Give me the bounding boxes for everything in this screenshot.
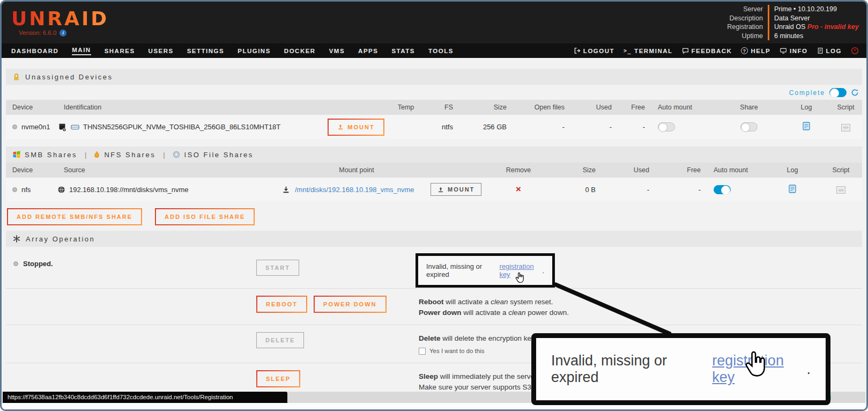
info-button[interactable]: INFO [780,47,807,54]
col-size: Size [543,166,601,174]
nav-item-docker[interactable]: DOCKER [284,47,316,55]
terminal-label: TERMINAL [634,48,672,54]
mount-point-link[interactable]: /mnt/disks/192.168.10.198_vms_nvme [295,186,414,194]
nfs-flame-icon [94,151,100,158]
nav-item-dashboard[interactable]: DASHBOARD [11,47,58,55]
share-device-name[interactable]: nfs [21,186,31,194]
share-toggle[interactable] [740,122,758,131]
col-fs: FS [424,104,458,111]
feedback-label: FEEDBACK [692,48,732,54]
nav-item-shares[interactable]: SHARES [105,47,135,55]
logout-label: LOGOUT [583,48,614,54]
add-remote-share-button[interactable]: ADD REMOTE SMB/NFS SHARE [7,208,142,225]
asterisk-icon [13,235,20,243]
delete-confirm-label: Yes I want to do this [429,346,485,356]
delete-button[interactable]: DELETE [256,332,304,348]
nav-item-apps[interactable]: APPS [358,47,378,55]
col-device: Device [6,104,57,111]
col-log: Log [766,166,819,174]
delete-confirm-checkbox[interactable] [419,348,426,355]
main-nav: DASHBOARD MAIN SHARES USERS SETTINGS PLU… [2,43,866,58]
unassigned-device-row: nvme0n1 THNSN5256GPUK_NVMe_TOSHIBA_256GB… [6,115,862,139]
mount-icon [337,124,344,130]
auto-mount-toggle[interactable] [658,122,675,131]
notice-text: Invalid, missing or expired [426,262,499,278]
registration-notice-highlight: Invalid, missing or expired registration… [416,253,555,288]
server-info: Server Prime • 10.10.20.199 Description … [718,5,859,40]
cursor-hand-icon [515,272,524,285]
cell-used: - [601,186,655,194]
remove-x-icon[interactable] [516,184,521,194]
version-info-icon[interactable]: i [60,30,66,36]
nav-item-tools[interactable]: TOOLS [428,47,454,55]
cell-size: 0 B [543,186,601,194]
logout-icon [574,47,581,54]
complete-toggle[interactable] [829,88,847,97]
help-button[interactable]: HELP [741,47,770,54]
lock-icon [13,73,20,81]
section-title: Array Operation [26,235,95,243]
unraid-logo: UNRAID [11,9,109,28]
server-info-row: Server Prime • 10.10.20.199 [718,5,859,14]
cursor-hand-icon-large [743,350,767,380]
nav-item-settings[interactable]: SETTINGS [187,47,225,55]
nav-item-plugins[interactable]: PLUGINS [238,47,271,55]
device-name[interactable]: nvme0n1 [21,123,50,131]
array-status-text: Stopped. [23,260,53,268]
script-icon[interactable] [841,124,850,131]
uptime-label: Uptime [718,32,768,41]
tab-smb-shares[interactable]: SMB Shares [13,151,77,159]
refresh-icon[interactable] [851,89,859,97]
tab-iso-shares[interactable]: ISO File Shares [173,151,254,159]
mount-share-button[interactable]: MOUNT [431,183,481,196]
drive-icon [71,123,79,131]
start-button[interactable]: START [256,260,299,276]
log-button[interactable]: LOG [817,47,842,54]
nav-item-users[interactable]: USERS [149,47,174,55]
logout-button[interactable]: LOGOUT [574,47,614,54]
shares-table-header: Device Source Mount point Remove Size Us… [6,163,862,178]
mount-device-button[interactable]: MOUNT [328,119,384,136]
mount-button-label: MOUNT [347,124,374,130]
col-log: Log [784,104,828,111]
sleep-button[interactable]: SLEEP [256,370,300,387]
nav-item-main[interactable]: MAIN [72,46,91,55]
description-value: Data Server [768,14,859,23]
server-info-row: Uptime 6 minutes [718,32,859,41]
cell-used: - [570,123,617,131]
auto-mount-toggle[interactable] [714,185,731,194]
server-info-row: Description Data Server [718,14,859,23]
cell-open-files: - [512,123,570,131]
log-icon [817,47,824,54]
delete-term: Delete [419,334,441,342]
registration-value: Unraid OS Pro - invalid key [768,23,859,32]
windows-icon [13,151,20,158]
power-down-button[interactable]: POWER DOWN [314,296,386,313]
tab-nfs-shares[interactable]: NFS Shares [94,151,155,159]
feedback-button[interactable]: FEEDBACK [682,47,732,54]
col-script: Script [819,166,863,174]
add-iso-share-button[interactable]: ADD ISO FILE SHARE [155,208,255,225]
nav-item-stats[interactable]: STATS [391,47,415,55]
array-row-reboot: REBOOT POWER DOWN Reboot will activate a… [6,288,862,325]
log-label: LOG [826,48,842,54]
status-url-bar: https://f75638aa12fb340c8dcdd63d6f1ffd73… [3,392,287,403]
complete-filter-label[interactable]: Complete [789,89,825,97]
power-icon[interactable] [851,47,859,55]
col-auto-mount: Auto mount [650,104,714,111]
reboot-button[interactable]: REBOOT [256,296,307,313]
uptime-value: 6 minutes [768,32,859,41]
terminal-button[interactable]: TERMINAL [624,48,672,54]
log-file-icon[interactable] [803,122,810,130]
reboot-description: Reboot will activate a clean system rese… [419,296,862,318]
browser-page: UNRAID Version: 6.6.0 i Server Prime • 1… [0,0,868,411]
script-icon[interactable] [836,186,845,194]
nav-item-vms[interactable]: VMS [329,47,345,55]
col-free: Free [655,166,706,174]
cell-free: - [655,186,706,194]
disk-add-icon[interactable] [57,122,67,132]
complete-filter-row: Complete [6,85,862,100]
registration-label: Registration [718,23,768,32]
log-file-icon[interactable] [789,185,796,193]
help-icon [741,47,748,54]
